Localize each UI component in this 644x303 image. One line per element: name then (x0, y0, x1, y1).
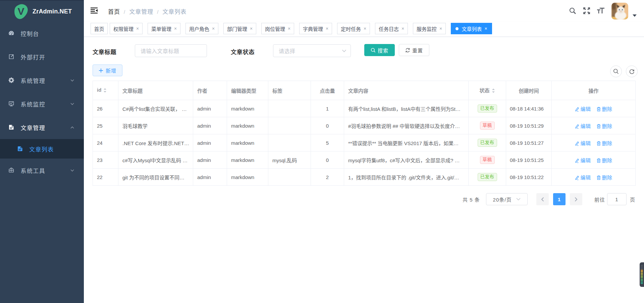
svg-text:V: V (17, 6, 24, 17)
